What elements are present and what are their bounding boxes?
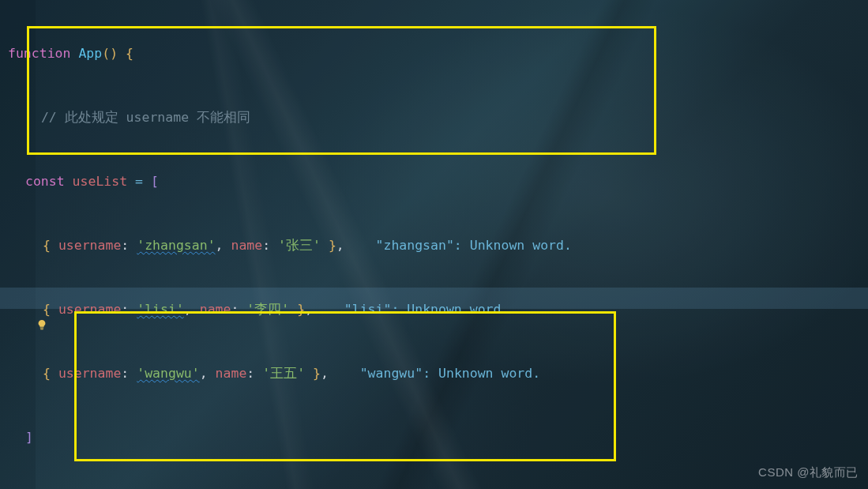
property: username bbox=[58, 366, 121, 381]
colon: : bbox=[231, 302, 239, 317]
colon: : bbox=[246, 366, 254, 381]
colon: : bbox=[262, 238, 270, 253]
code-line[interactable]: { username: 'zhangsan', name: '张三' }, "z… bbox=[0, 235, 607, 256]
string: 'lisi' bbox=[137, 302, 184, 317]
string: 'wangwu' bbox=[137, 366, 199, 381]
property: username bbox=[58, 238, 121, 253]
property: name bbox=[231, 238, 262, 253]
code-line[interactable]: { username: 'wangwu', name: '王五' }, "wan… bbox=[0, 363, 607, 384]
brace: { bbox=[126, 46, 133, 61]
property: name bbox=[200, 302, 231, 317]
brace: } bbox=[297, 302, 305, 317]
property: name bbox=[216, 366, 247, 381]
bracket: ] bbox=[25, 430, 33, 445]
brace: { bbox=[43, 238, 51, 253]
code-line[interactable]: // 此处规定 username 不能相同 bbox=[0, 107, 607, 128]
colon: : bbox=[121, 238, 129, 253]
comma: , bbox=[305, 302, 313, 317]
code-line[interactable]: { username: 'lisi', name: '李四' }, "lisi"… bbox=[0, 299, 607, 320]
comma: , bbox=[184, 302, 192, 317]
keyword: function bbox=[8, 46, 70, 61]
lint-hint: "zhangsan": Unknown word. bbox=[376, 238, 572, 253]
property: username bbox=[58, 302, 121, 317]
brace: } bbox=[329, 238, 336, 253]
comma: , bbox=[216, 238, 224, 253]
comma: , bbox=[321, 366, 329, 381]
lint-hint: "wangwu": Unknown word. bbox=[360, 366, 541, 381]
function-name: App bbox=[78, 46, 102, 61]
string: 'zhangsan' bbox=[137, 238, 215, 253]
operator: = bbox=[135, 174, 143, 189]
code-line[interactable]: function App() { bbox=[0, 43, 607, 64]
colon: : bbox=[121, 302, 129, 317]
code-line[interactable]: const useList = [ bbox=[0, 171, 607, 192]
string: '李四' bbox=[246, 302, 289, 317]
comma: , bbox=[336, 238, 344, 253]
parens: () bbox=[102, 46, 118, 61]
lint-hint: "lisi": Unknown word. bbox=[344, 302, 509, 317]
string: '王五' bbox=[262, 366, 305, 381]
colon: : bbox=[121, 366, 129, 381]
string: '张三' bbox=[278, 238, 321, 253]
code-area[interactable]: function App() { // 此处规定 username 不能相同 c… bbox=[0, 0, 607, 489]
keyword: const bbox=[25, 174, 65, 189]
comma: , bbox=[200, 366, 208, 381]
watermark: CSDN @礼貌而已 bbox=[758, 461, 859, 483]
bracket: [ bbox=[151, 174, 159, 189]
brace: { bbox=[43, 302, 51, 317]
variable: useList bbox=[73, 174, 128, 189]
code-line[interactable]: ] bbox=[0, 427, 607, 448]
comment: // 此处规定 username 不能相同 bbox=[41, 110, 250, 125]
brace: { bbox=[43, 366, 51, 381]
brace: } bbox=[313, 366, 321, 381]
